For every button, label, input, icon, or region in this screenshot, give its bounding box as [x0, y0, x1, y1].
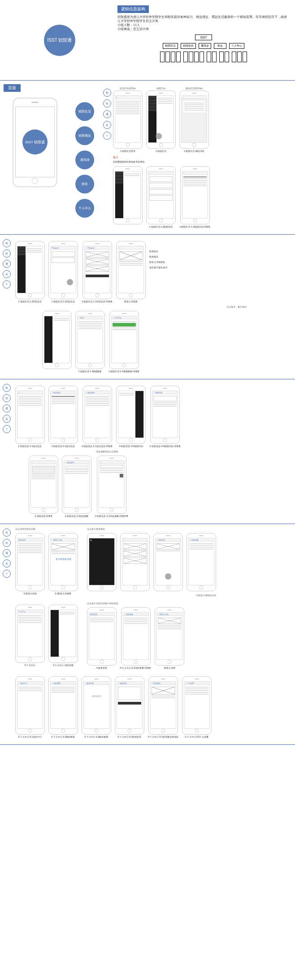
wf-caption: 1.校园生活-1.2校园活动	[149, 225, 173, 228]
org-root: ISST	[195, 34, 212, 40]
detail-label: 显示联系的详情	[52, 558, 75, 560]
annotation: 点击顶部导航栏切换	[15, 528, 78, 530]
org-box: 通讯录	[199, 43, 211, 49]
wf-caption: 3.1联系人详情页	[55, 592, 72, 595]
nav-section-circles: 校园生活 软院信息 通讯录 校友 个人中心	[75, 102, 94, 231]
nav-contacts[interactable]: 通讯录	[75, 150, 94, 169]
wireframe-phone: ← 我的课表	[48, 676, 78, 735]
flow-icon: 校	[3, 529, 11, 537]
flow-icon: 个	[3, 425, 11, 433]
annotation: 点击显示星级页面	[87, 528, 216, 530]
wf-caption: 3.联系人列表	[23, 592, 36, 595]
wireframe-phone: ←	[120, 533, 150, 591]
org-box: 校园生活	[163, 43, 178, 49]
wireframe-phone: 校友应用	[15, 533, 45, 591]
flow-icon: 通	[3, 260, 11, 268]
org-leaves-row	[160, 52, 247, 62]
wireframe-phone: 学院会议	[48, 241, 78, 299]
annotation: 联系姓名	[149, 250, 167, 253]
flow-icon: 通	[3, 404, 11, 413]
wireframe-phone: ← 信息查询	[62, 456, 91, 514]
wf-caption: 2.软院信息-2.1就业信息	[52, 445, 75, 447]
wireframe-phone: ← 问卷调查	[187, 533, 216, 591]
annotation: 消息搜索页面点击图标	[96, 450, 291, 453]
wireframe-phone: ☰	[87, 533, 117, 591]
wf-caption: 2.软院信息-3.2校园活动	[119, 445, 143, 447]
wireframe-phone: ← 学院会议	[82, 241, 112, 299]
wireframe-phone: ← 外卖	[75, 311, 105, 369]
wireframe-phone: ←	[97, 456, 126, 514]
search-icon[interactable]	[120, 474, 123, 477]
arch-title: 逻辑信息架构	[117, 5, 149, 13]
arch-description: 软院通是为浙江大学软件学院学生和校友提供各种实习、就业信息、周边生活服务的一个移…	[117, 15, 290, 31]
flow-icon: 通	[103, 110, 111, 118]
wireframe-phone: 校友应用	[87, 607, 117, 666]
annotation: 问卷显示调查的内容	[87, 594, 216, 597]
wireframe-phone	[146, 90, 176, 149]
annotation: 通知栏宽度304px	[186, 87, 203, 90]
wireframe-phone: ←	[29, 456, 58, 514]
logo-area: ISST 软院通	[4, 4, 116, 77]
wireframe-phone: ←	[116, 241, 146, 299]
pages-section: 页面 ISST 软院通 校园生活 软院信息 通讯录 校友 个人中心 校 软 通 …	[0, 81, 295, 235]
flow-icon: 校	[3, 239, 11, 247]
wireframe-phone: 个人中心	[15, 605, 45, 663]
org-box: 个人中心	[229, 43, 244, 49]
flow-icon: 通	[3, 549, 11, 557]
wf-caption: 1.校园生活-1.2校园活动-详情页	[179, 225, 210, 228]
annotation: 状态栏高度20px	[120, 87, 136, 90]
wireframe-phone: ←	[146, 166, 176, 224]
pages-tag: 页面	[4, 84, 21, 92]
nav-alumni[interactable]: 校友	[75, 175, 94, 193]
flow-icon: 软	[3, 249, 11, 258]
wf-caption: 联系人详情页	[124, 300, 138, 303]
flow-section-contacts-alumni: 校 软 通 友 个 点击顶部导航栏切换 校友应用3.联系人列表 ← 联系人详情显…	[0, 524, 295, 745]
wf-caption: 1.校园生活-1.4便捷服务	[78, 370, 102, 373]
org-box: 软院信息	[181, 43, 196, 49]
nav-campus-life[interactable]: 校园生活	[75, 102, 94, 121]
wireframe-phone: ← 就业信息	[48, 386, 78, 444]
wf-caption: 2.软院信息详情页	[35, 515, 52, 517]
wireframe-phone: ← 我的反馈	[115, 676, 144, 735]
note-label: 备注	[113, 156, 118, 159]
wireframe-phone: ← 个人设置	[182, 676, 212, 735]
nav-college-info[interactable]: 软院信息	[75, 126, 94, 145]
flow-icon: 校	[103, 89, 111, 97]
org-box: 校友	[214, 43, 226, 49]
nav-profile[interactable]: 个人中心	[75, 199, 94, 218]
wf-caption: 2.软院信息-2.1就业信息	[18, 445, 42, 447]
gesture-icon	[67, 279, 73, 285]
splash-logo: ISST 软院通	[22, 129, 48, 155]
wf-caption: 1.校园生活首页	[120, 150, 135, 152]
flow-icon: 个	[3, 280, 11, 288]
flow-icon: 友	[103, 121, 111, 129]
wireframe-phone: ← 订单详情	[109, 311, 139, 369]
wf-caption: 1.校园生活-侧边消息	[184, 150, 204, 152]
org-chart: ISST 校园生活 软院信息 通讯录 校友 个人中心	[117, 34, 290, 65]
wireframe-phone: ≡	[113, 90, 143, 149]
annotation: 报名显示报名成功	[149, 266, 167, 269]
wireframe-row-2: ← 1.校园生活-1.2校园活动 ← 1.校园生活-1.2校园活动-详情页	[113, 166, 210, 228]
wireframe-phone: ← 消息中心	[15, 676, 45, 735]
flow-icon: 友	[3, 559, 11, 567]
wireframe-phone: ← 联系人详情显示联系的详情	[48, 533, 78, 591]
flow-section-meetings: 校 软 通 友 个 1.校园生活-1.3学院会议 学院会议1.校园生活-1.3学…	[0, 235, 295, 379]
wireframe-phone	[42, 311, 72, 369]
flow-icon: 软	[103, 99, 111, 107]
annotation: 点击电话，拨打电话	[15, 305, 247, 308]
wf-caption: 5.个人中心-5.3版本检测	[85, 735, 108, 738]
flow-icon: 友	[3, 270, 11, 278]
wireframe-phone: ← 消息列表	[150, 386, 180, 444]
wireframe-row-1: 状态栏高度20px ≡ 1.校园生活首页 标题17px 1.校园生活 通知栏宽度…	[113, 87, 210, 152]
arch-detail: 逻辑信息架构 软院通是为浙江大学软件学院学生和校友提供各种实习、就业信息、周边生…	[116, 4, 291, 77]
wf-caption: 2.软院信息-3.2校园活动-详情页	[149, 445, 180, 447]
wireframe-phone: ←	[180, 166, 210, 224]
wireframe-phone: ← 消息查看	[121, 607, 151, 666]
wf-caption: 1.校园生活-1.3学院会议	[52, 300, 75, 303]
wf-caption: 1.校园生活-1.3学院会议	[18, 300, 42, 303]
wf-caption: 4.校友首页	[96, 666, 107, 669]
wf-caption: 2.软院信息-2.1就业信息-详情页	[82, 445, 113, 447]
flow-icon: 个	[103, 132, 111, 140]
wf-caption: 2.软院信息-2.3消息搜索	[65, 515, 89, 517]
wireframe-phone	[15, 241, 45, 299]
